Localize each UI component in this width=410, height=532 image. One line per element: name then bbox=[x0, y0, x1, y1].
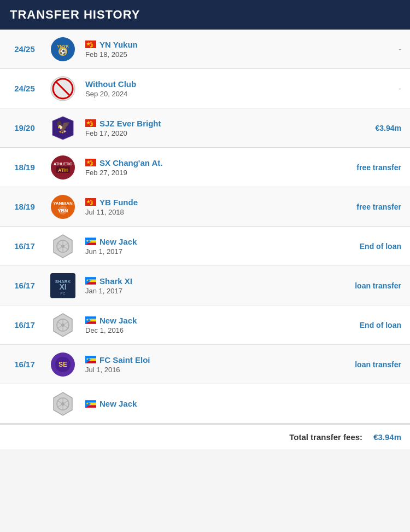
club-name[interactable]: ★ FC Saint Eloi bbox=[85, 355, 328, 365]
season: 16/17 bbox=[0, 320, 44, 329]
svg-text:🦅: 🦅 bbox=[56, 119, 71, 134]
season: 18/19 bbox=[0, 163, 44, 172]
svg-text:XI: XI bbox=[59, 282, 66, 291]
svg-text:YBN: YBN bbox=[57, 208, 68, 213]
club-logo: YANBIAN YBN bbox=[44, 194, 82, 219]
club-logo: SE bbox=[44, 352, 82, 377]
season: 18/19 bbox=[0, 202, 44, 211]
page-title: TRANSFER HISTORY bbox=[0, 0, 410, 30]
club-name[interactable]: ★ Shark XI bbox=[85, 276, 328, 286]
club-name[interactable]: ★ New Jack bbox=[85, 237, 328, 246]
fee-column: free transfer bbox=[328, 203, 410, 211]
transfer-date: Jul 11, 2018 bbox=[85, 208, 328, 216]
svg-text:SE: SE bbox=[58, 361, 67, 368]
club-info: ★ New Jack Jun 1, 2017 bbox=[82, 237, 328, 256]
club-logo bbox=[44, 391, 82, 417]
club-info: ★ New Jack bbox=[82, 399, 328, 408]
svg-text:⚽: ⚽ bbox=[60, 48, 67, 55]
transfer-fee: free transfer bbox=[356, 203, 401, 211]
club-info: ★ ★ ★ ★ ★ SX Chang'an At. Feb 27, 2019 bbox=[82, 158, 328, 177]
club-logo: 🦅 bbox=[44, 115, 82, 141]
transfer-date: Jan 1, 2017 bbox=[85, 287, 328, 295]
svg-text:YANBIAN: YANBIAN bbox=[53, 201, 73, 206]
club-name-text: FC Saint Eloi bbox=[99, 355, 150, 365]
club-name-text: SJZ Ever Bright bbox=[99, 119, 161, 128]
table-row: 19/20 🦅 ★ ★ ★ ★ ★ SJZ Ever Bright Feb 17… bbox=[0, 108, 410, 148]
club-name[interactable]: ★ ★ ★ ★ ★ YB Funde bbox=[85, 198, 328, 207]
club-logo bbox=[44, 234, 82, 259]
club-info: ★ ★ ★ ★ ★ YB Funde Jul 11, 2018 bbox=[82, 198, 328, 216]
svg-text:ATH: ATH bbox=[58, 167, 68, 173]
club-name[interactable]: Without Club bbox=[85, 79, 328, 89]
transfer-date: Feb 17, 2020 bbox=[85, 129, 328, 137]
fee-column: End of loan bbox=[328, 242, 410, 251]
club-name[interactable]: ★ ★ ★ ★ ★ YN Yukun bbox=[85, 40, 328, 49]
fee-column: - bbox=[328, 84, 410, 93]
fee-column: €3.94m bbox=[328, 124, 410, 132]
total-value: €3.94m bbox=[373, 432, 401, 442]
season: 24/25 bbox=[0, 84, 44, 93]
club-name[interactable]: ★ New Jack bbox=[85, 316, 328, 325]
table-row: 16/17 ★ New Jack Dec 1, 2016 End of loan bbox=[0, 305, 410, 345]
total-row: Total transfer fees: €3.94m bbox=[0, 424, 410, 449]
season: 24/25 bbox=[0, 44, 44, 54]
table-row: 16/17 SHARK XI FC ★ Shark XI Jan 1, 2017… bbox=[0, 266, 410, 305]
table-row: 18/19 ATHLETIC ATH ★ ★ ★ ★ ★ SX Chang'an… bbox=[0, 148, 410, 187]
club-name[interactable]: ★ ★ ★ ★ ★ SJZ Ever Bright bbox=[85, 119, 328, 128]
transfer-fee: End of loan bbox=[360, 321, 401, 329]
transfer-fee: - bbox=[399, 84, 401, 93]
table-row: 24/25 Without Club Sep 20, 2024 - bbox=[0, 69, 410, 108]
club-name-text: YB Funde bbox=[99, 198, 138, 207]
transfer-date: Feb 18, 2025 bbox=[85, 50, 328, 59]
table-row: 18/19 YANBIAN YBN ★ ★ ★ ★ ★ YB Funde Jul… bbox=[0, 187, 410, 227]
transfer-fee: loan transfer bbox=[355, 360, 401, 369]
season: 19/20 bbox=[0, 123, 44, 132]
fee-column: free transfer bbox=[328, 163, 410, 172]
transfer-fee: €3.94m bbox=[376, 124, 401, 132]
club-name-text: New Jack bbox=[99, 399, 137, 408]
transfer-fee: loan transfer bbox=[355, 281, 401, 290]
transfer-fee: - bbox=[399, 45, 401, 54]
club-logo bbox=[44, 76, 82, 101]
season: 16/17 bbox=[0, 241, 44, 251]
transfer-date: Sep 20, 2024 bbox=[85, 90, 328, 98]
club-info: Without Club Sep 20, 2024 bbox=[82, 79, 328, 98]
club-info: ★ Shark XI Jan 1, 2017 bbox=[82, 276, 328, 295]
club-name-text: Without Club bbox=[85, 79, 136, 89]
club-name-text: Shark XI bbox=[99, 276, 132, 286]
club-logo bbox=[44, 313, 82, 338]
fee-column: End of loan bbox=[328, 321, 410, 329]
club-name-text: New Jack bbox=[99, 316, 137, 325]
fee-column: loan transfer bbox=[328, 281, 410, 290]
club-info: ★ New Jack Dec 1, 2016 bbox=[82, 316, 328, 334]
club-logo: YNYK ⚽ bbox=[44, 37, 82, 62]
season: 16/17 bbox=[0, 281, 44, 290]
table-row: ★ New Jack bbox=[0, 384, 410, 424]
fee-column: - bbox=[328, 45, 410, 54]
transfer-date: Dec 1, 2016 bbox=[85, 326, 328, 334]
svg-text:ATHLETIC: ATHLETIC bbox=[54, 162, 72, 166]
transfer-date: Feb 27, 2019 bbox=[85, 169, 328, 177]
club-name[interactable]: ★ New Jack bbox=[85, 399, 328, 408]
club-name[interactable]: ★ ★ ★ ★ ★ SX Chang'an At. bbox=[85, 158, 328, 167]
club-info: ★ ★ ★ ★ ★ YN Yukun Feb 18, 2025 bbox=[82, 40, 328, 59]
club-logo: ATHLETIC ATH bbox=[44, 155, 82, 180]
table-row: 24/25 YNYK ⚽ ★ ★ ★ ★ ★ YN Yukun Feb 18, … bbox=[0, 30, 410, 69]
svg-text:FC: FC bbox=[60, 292, 65, 296]
table-row: 16/17 SE ★ FC Saint Eloi Jul 1, 2016 loa… bbox=[0, 345, 410, 384]
club-name-text: YN Yukun bbox=[99, 40, 138, 49]
transfer-fee: free transfer bbox=[356, 163, 401, 172]
fee-column: loan transfer bbox=[328, 360, 410, 369]
transfer-date: Jun 1, 2017 bbox=[85, 247, 328, 256]
club-info: ★ ★ ★ ★ ★ SJZ Ever Bright Feb 17, 2020 bbox=[82, 119, 328, 137]
transfer-date: Jul 1, 2016 bbox=[85, 366, 328, 374]
transfer-fee: End of loan bbox=[360, 242, 401, 251]
club-name-text: SX Chang'an At. bbox=[99, 158, 163, 167]
total-label: Total transfer fees: bbox=[289, 432, 362, 442]
club-logo: SHARK XI FC bbox=[44, 273, 82, 298]
table-row: 16/17 ★ New Jack Jun 1, 2017 End of loan bbox=[0, 227, 410, 266]
club-name-text: New Jack bbox=[99, 237, 137, 246]
club-info: ★ FC Saint Eloi Jul 1, 2016 bbox=[82, 355, 328, 374]
season: 16/17 bbox=[0, 360, 44, 369]
